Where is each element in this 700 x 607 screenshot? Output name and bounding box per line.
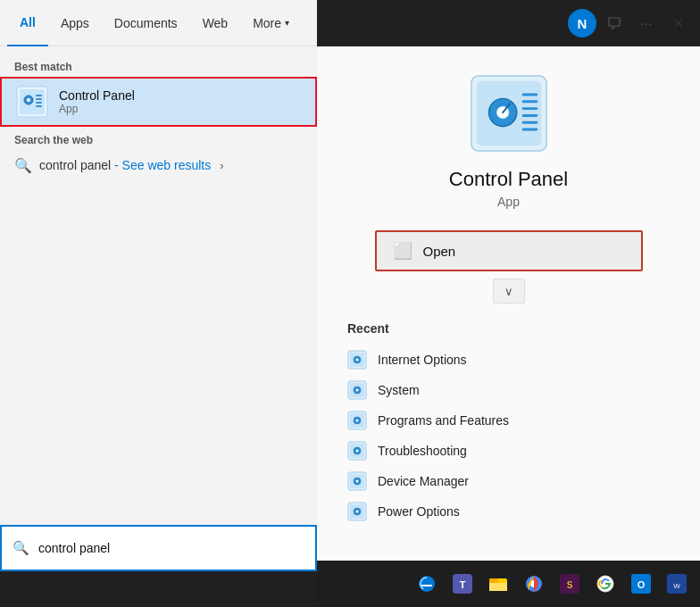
close-icon: ✕ — [673, 16, 684, 30]
recent-power-options-label: Power Options — [378, 504, 460, 519]
google-taskbar-icon[interactable] — [589, 568, 621, 600]
svg-rect-18 — [521, 129, 538, 131]
open-button[interactable]: ⬜ Open — [375, 230, 643, 271]
svg-rect-17 — [521, 121, 538, 124]
best-match-item[interactable]: Control Panel App — [0, 77, 317, 127]
svg-point-30 — [356, 420, 359, 422]
teams-taskbar-icon[interactable]: T — [446, 568, 479, 600]
svg-text:O: O — [638, 579, 646, 590]
svg-point-26 — [356, 389, 359, 392]
tab-apps[interactable]: Apps — [48, 0, 102, 46]
svg-rect-5 — [36, 98, 42, 100]
svg-text:W: W — [673, 582, 680, 590]
recent-programs-label: Programs and Features — [378, 413, 509, 428]
tabs-bar: All Apps Documents Web More ▾ — [0, 0, 317, 46]
recent-item-internet-options[interactable]: Internet Options — [347, 345, 670, 375]
chevron-down-icon: ∨ — [504, 285, 513, 298]
best-match-name: Control Panel — [59, 88, 301, 103]
svg-rect-14 — [521, 100, 538, 103]
wsxdn-taskbar-icon[interactable]: W — [661, 568, 693, 600]
svg-rect-15 — [521, 107, 538, 110]
open-icon: ⬜ — [393, 241, 412, 261]
svg-rect-47 — [489, 578, 498, 583]
recent-item-system[interactable]: System — [347, 375, 670, 405]
control-panel-icon-small — [16, 86, 48, 118]
chevron-right-icon: › — [220, 159, 223, 172]
svg-text:S: S — [567, 580, 573, 590]
ellipsis-icon: ··· — [640, 16, 654, 30]
search-input[interactable] — [38, 541, 304, 555]
tab-more[interactable]: More ▾ — [240, 0, 302, 46]
collapse-button[interactable]: ∨ — [493, 279, 525, 304]
svg-point-34 — [356, 450, 359, 453]
user-avatar[interactable]: N — [568, 9, 596, 37]
recent-troubleshooting-label: Troubleshooting — [378, 444, 467, 458]
best-match-label: Best match — [0, 54, 317, 77]
web-search-label: Search the web — [0, 127, 317, 150]
recent-item-programs[interactable]: Programs and Features — [347, 405, 670, 436]
recent-section: Recent Internet Options System — [338, 321, 679, 527]
svg-rect-4 — [36, 95, 42, 96]
close-button[interactable]: ✕ — [664, 9, 693, 37]
tab-web[interactable]: Web — [190, 0, 241, 46]
best-match-sub: App — [59, 103, 301, 115]
svg-text:T: T — [460, 579, 466, 590]
recent-item-troubleshooting[interactable]: Troubleshooting — [347, 436, 670, 466]
svg-rect-6 — [36, 102, 42, 104]
app-big-icon — [469, 73, 549, 154]
svg-rect-13 — [521, 94, 538, 96]
recent-label: Recent — [347, 321, 670, 336]
right-panel: Control Panel App ⬜ Open ∨ Recent Intern… — [317, 46, 700, 571]
app-title: Control Panel — [449, 168, 568, 191]
recent-device-manager-label: Device Manager — [378, 474, 469, 488]
recent-item-device-manager[interactable]: Device Manager — [347, 466, 670, 496]
more-options-button[interactable]: ··· — [632, 9, 661, 37]
slack-taskbar-icon[interactable]: S — [554, 568, 586, 600]
tab-documents[interactable]: Documents — [102, 0, 190, 46]
svg-point-22 — [356, 359, 359, 362]
web-query: control panel - See web results — [39, 158, 211, 172]
svg-rect-7 — [36, 105, 42, 107]
search-panel: All Apps Documents Web More ▾ Best match — [0, 0, 317, 571]
search-magnifier-icon: 🔍 — [12, 540, 29, 556]
header-controls: N ··· ✕ — [317, 0, 700, 46]
svg-point-42 — [356, 511, 359, 513]
svg-rect-16 — [521, 114, 538, 117]
svg-point-3 — [27, 98, 30, 102]
edge-taskbar-icon[interactable] — [411, 568, 443, 600]
chrome-taskbar-icon[interactable] — [518, 568, 550, 600]
feedback-button[interactable] — [600, 9, 629, 37]
recent-internet-options-label: Internet Options — [378, 353, 467, 367]
open-label: Open — [423, 244, 456, 259]
results-area: Best match Control Panel App — [0, 46, 317, 571]
web-search-item[interactable]: 🔍 control panel - See web results › — [0, 150, 317, 180]
chevron-down-icon: ▾ — [285, 18, 289, 28]
outlook-taskbar-icon[interactable]: O — [625, 568, 657, 600]
explorer-taskbar-icon[interactable] — [482, 568, 514, 600]
app-subtitle: App — [497, 195, 520, 209]
svg-rect-48 — [489, 583, 507, 591]
tab-all[interactable]: All — [7, 0, 48, 46]
recent-system-label: System — [378, 383, 420, 397]
search-box-area: 🔍 — [0, 525, 317, 571]
search-icon: 🔍 — [14, 157, 30, 173]
taskbar: T S — [317, 561, 700, 607]
svg-point-38 — [356, 480, 359, 483]
recent-item-power-options[interactable]: Power Options — [347, 496, 670, 527]
